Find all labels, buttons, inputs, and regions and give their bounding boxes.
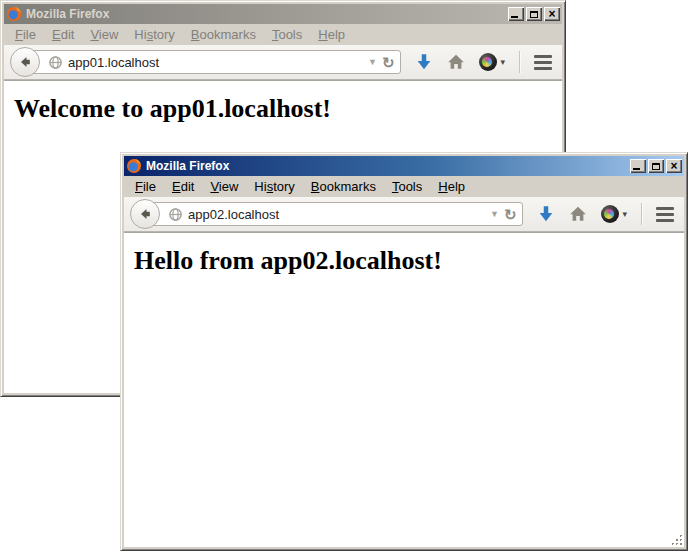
addon-button[interactable]: ▾ — [601, 205, 627, 223]
home-icon — [569, 205, 587, 223]
page-heading: Hello from app02.localhost! — [134, 246, 684, 276]
urlbar[interactable]: app01.localhost ▼ ↻ — [23, 50, 401, 74]
back-button[interactable] — [130, 199, 160, 229]
globe-icon — [48, 55, 63, 70]
minimize-icon — [633, 168, 640, 170]
hamburger-icon — [656, 207, 674, 210]
addon-dropdown-icon[interactable]: ▾ — [500, 57, 505, 67]
page-content: Hello from app02.localhost! — [124, 232, 684, 547]
menubar: FileEditViewHistoryBookmarksToolsHelp — [4, 24, 562, 45]
titlebar[interactable]: Mozilla Firefox × — [4, 4, 562, 24]
addon-colorwheel-icon — [601, 205, 619, 223]
menu-bookmarks[interactable]: Bookmarks — [303, 177, 384, 196]
maximize-button[interactable] — [648, 159, 664, 173]
reload-icon[interactable]: ↻ — [382, 55, 395, 70]
window-inner: Mozilla Firefox × FileEditViewHistoryBoo… — [124, 156, 684, 547]
back-arrow-icon — [137, 206, 153, 222]
menu-history[interactable]: History — [126, 25, 182, 44]
menu-button[interactable] — [534, 55, 552, 70]
menu-history[interactable]: History — [246, 177, 302, 196]
maximize-icon — [530, 11, 538, 18]
toolbar-separator — [641, 203, 642, 225]
urlbar-dropdown-icon[interactable]: ▼ — [368, 57, 377, 67]
back-arrow-icon — [17, 54, 33, 70]
home-button[interactable] — [447, 53, 465, 71]
page-heading: Welcome to app01.localhost! — [14, 94, 562, 124]
menu-view[interactable]: View — [202, 177, 246, 196]
urlbar[interactable]: app02.localhost ▼ ↻ — [143, 202, 523, 226]
close-icon: × — [548, 8, 555, 20]
menu-tools[interactable]: Tools — [264, 25, 310, 44]
resize-grip-icon[interactable] — [680, 543, 682, 545]
toolbar-separator — [519, 51, 520, 73]
home-button[interactable] — [569, 205, 587, 223]
menu-tools[interactable]: Tools — [384, 177, 430, 196]
download-icon — [537, 205, 555, 223]
minimize-button[interactable] — [508, 7, 524, 21]
minimize-button[interactable] — [630, 159, 646, 173]
download-button[interactable] — [415, 53, 433, 71]
addon-colorwheel-icon — [479, 53, 497, 71]
close-button[interactable]: × — [666, 159, 682, 173]
url-text[interactable]: app02.localhost — [188, 207, 485, 222]
globe-icon — [168, 207, 183, 222]
download-button[interactable] — [537, 205, 555, 223]
reload-icon[interactable]: ↻ — [504, 207, 517, 222]
close-icon: × — [670, 160, 677, 172]
navigation-toolbar: app02.localhost ▼ ↻ ▾ — [124, 197, 684, 232]
menu-file[interactable]: File — [7, 25, 44, 44]
menu-edit[interactable]: Edit — [44, 25, 82, 44]
urlbar-dropdown-icon[interactable]: ▼ — [490, 209, 499, 219]
download-icon — [415, 53, 433, 71]
menu-edit[interactable]: Edit — [164, 177, 202, 196]
window-title: Mozilla Firefox — [26, 7, 504, 21]
addon-button[interactable]: ▾ — [479, 53, 505, 71]
close-button[interactable]: × — [544, 7, 560, 21]
browser-window: Mozilla Firefox × FileEditViewHistoryBoo… — [120, 152, 688, 551]
window-controls: × — [508, 7, 560, 21]
url-text[interactable]: app01.localhost — [68, 55, 363, 70]
menu-help[interactable]: Help — [430, 177, 473, 196]
addon-dropdown-icon[interactable]: ▾ — [622, 209, 627, 219]
menubar: FileEditViewHistoryBookmarksToolsHelp — [124, 176, 684, 197]
maximize-button[interactable] — [526, 7, 542, 21]
desktop: { "colors": { "page-bg": "#ffffff", "fra… — [0, 0, 688, 551]
window-title: Mozilla Firefox — [146, 159, 626, 173]
back-button[interactable] — [10, 47, 40, 77]
menu-bookmarks[interactable]: Bookmarks — [183, 25, 264, 44]
menu-button[interactable] — [656, 207, 674, 222]
maximize-icon — [652, 163, 660, 170]
navigation-toolbar: app01.localhost ▼ ↻ ▾ — [4, 45, 562, 80]
hamburger-icon — [534, 55, 552, 58]
firefox-icon — [126, 158, 142, 174]
minimize-icon — [511, 16, 518, 18]
titlebar[interactable]: Mozilla Firefox × — [124, 156, 684, 176]
window-controls: × — [630, 159, 682, 173]
home-icon — [447, 53, 465, 71]
menu-file[interactable]: File — [127, 177, 164, 196]
firefox-icon — [6, 6, 22, 22]
menu-view[interactable]: View — [82, 25, 126, 44]
menu-help[interactable]: Help — [310, 25, 353, 44]
